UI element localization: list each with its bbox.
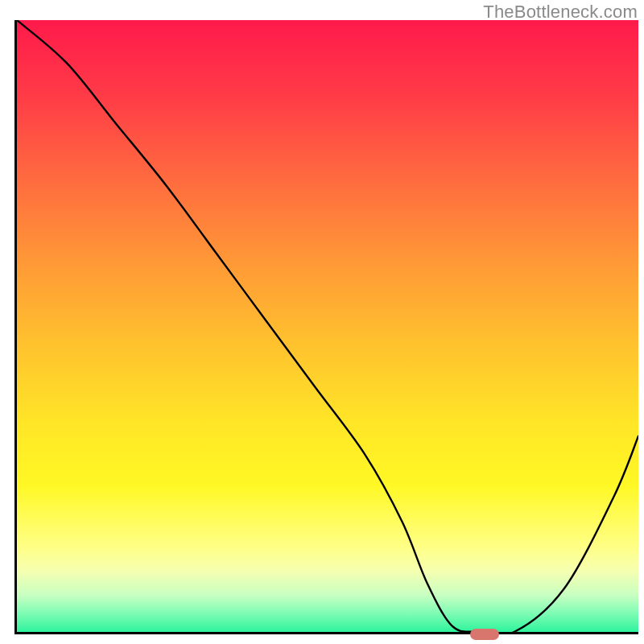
chart-root: TheBottleneck.com [0,0,644,644]
plot-area [14,20,638,634]
curve-layer [17,20,638,632]
bottleneck-curve-path [17,20,638,632]
min-marker [470,629,499,640]
